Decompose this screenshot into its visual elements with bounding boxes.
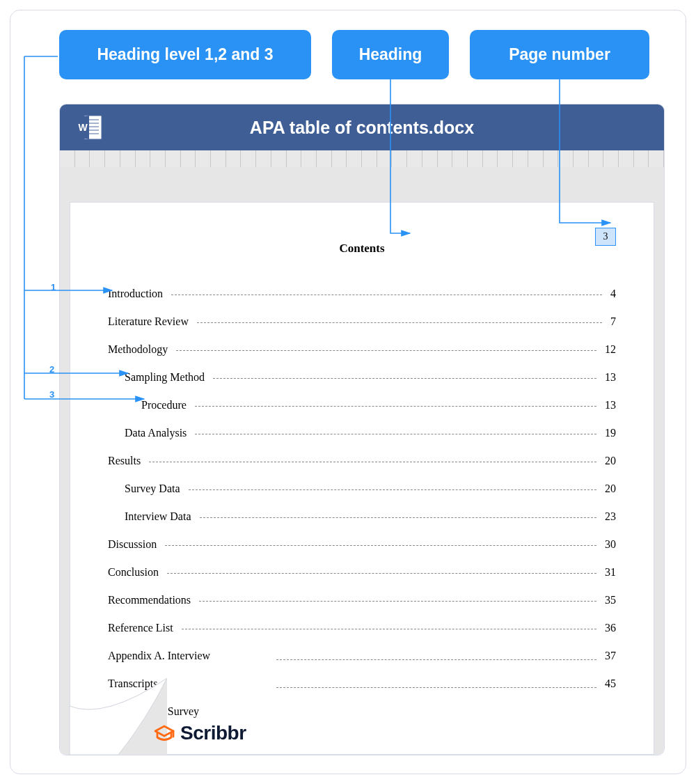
toc-row: Appendix A. Interview37 [108, 650, 616, 662]
toc-leader [213, 378, 596, 379]
document-titlebar: W APA table of contents.docx [60, 104, 664, 150]
toc-entry-label: Appendix A. Interview [108, 650, 272, 662]
toc-entry-page: 13 [601, 399, 616, 411]
level-marker-2: 2 [49, 364, 54, 375]
contents-heading: Contents [108, 242, 616, 256]
toc-entry-page: 20 [601, 455, 616, 467]
toc-entry-page: 7 [606, 315, 616, 328]
toc-leader [165, 545, 596, 546]
callout-page-number: Page number [470, 30, 649, 79]
document-page: 3 Contents Introduction4Literature Revie… [70, 202, 654, 755]
toc-row: Survey Data20 [108, 483, 616, 495]
ruler [60, 150, 664, 167]
toc-row: Recommendations35 [108, 594, 616, 606]
toc-leader [195, 406, 596, 407]
toc-leader [182, 629, 596, 629]
toc-leader [200, 517, 596, 518]
toc-entry-label: Conclusion [108, 566, 163, 579]
toc-entry-page: 13 [601, 371, 616, 384]
toc-row: Sampling Method13 [108, 371, 616, 384]
toc-row: Introduction4 [108, 288, 616, 300]
toc-leader [149, 462, 596, 462]
svg-text:W: W [78, 122, 88, 133]
brand-name: Scribbr [180, 722, 246, 744]
toc-row: Interview Data23 [108, 510, 616, 523]
toc-entry-page: 45 [601, 677, 616, 690]
toc-entry-page: 35 [601, 594, 616, 606]
toc-entry-label: Literature Review [108, 315, 193, 328]
toc-entry-page: 19 [601, 427, 616, 439]
toc-entry-label: Recommendations [108, 594, 195, 606]
toc-leader [276, 648, 596, 660]
toc-entry-page: 12 [601, 343, 616, 356]
word-icon: W [75, 113, 103, 141]
toc-entry-page: 31 [601, 566, 616, 579]
toc-row: Procedure13 [108, 399, 616, 411]
outer-frame: Heading level 1,2 and 3 Heading Page num… [10, 10, 686, 774]
toc-leader [276, 675, 596, 688]
toc-entry-label: Data Analysis [125, 427, 191, 439]
toc-row: Discussion30 [108, 538, 616, 551]
level-marker-1: 1 [51, 282, 56, 292]
toc-entry-page: 20 [601, 483, 616, 495]
document-canvas: 3 Contents Introduction4Literature Revie… [60, 167, 664, 755]
toc-row: Transcripts45 [108, 677, 616, 690]
toc-entry-page: 4 [606, 288, 616, 300]
toc-entry-label: Results [108, 455, 145, 467]
page-number-box: 3 [595, 228, 616, 246]
toc-entry-label: Methodology [108, 343, 172, 356]
brand-logo: Scribbr [152, 722, 246, 744]
scribbr-cap-icon [152, 723, 176, 744]
level-marker-3: 3 [49, 389, 54, 400]
toc-entry-label: Discussion [108, 538, 161, 551]
toc-entry-page: 23 [601, 510, 616, 523]
document-window: W APA table of contents.docx 3 Contents … [59, 104, 665, 755]
toc-leader [176, 350, 596, 351]
toc-entry-label: Interview Data [125, 510, 196, 523]
toc-row: Data Analysis19 [108, 427, 616, 439]
toc-row: Methodology12 [108, 343, 616, 356]
toc-leader [199, 601, 596, 602]
toc-leader [167, 573, 596, 574]
toc-entry-label: Sampling Method [125, 371, 209, 384]
document-filename: APA table of contents.docx [250, 118, 474, 138]
toc-entry-label: Survey Data [125, 483, 184, 495]
toc-entry-page: 37 [601, 650, 616, 662]
callout-heading: Heading [332, 30, 449, 79]
toc-container: Introduction4Literature Review7Methodolo… [108, 288, 616, 746]
toc-entry-label: Reference List [108, 622, 177, 634]
toc-leader [189, 489, 596, 490]
toc-row: Results20 [108, 455, 616, 467]
toc-entry-page: 30 [601, 538, 616, 551]
toc-entry-label: Procedure [141, 399, 191, 411]
toc-leader [171, 295, 602, 295]
toc-leader [197, 322, 602, 323]
toc-entry-page: 36 [601, 622, 616, 634]
toc-row: Literature Review7 [108, 315, 616, 328]
toc-row: Conclusion31 [108, 566, 616, 579]
toc-leader [195, 434, 596, 434]
toc-row: Appendix B. Survey [108, 705, 616, 718]
toc-entry-label: Introduction [108, 288, 167, 300]
callout-heading-levels: Heading level 1,2 and 3 [59, 30, 311, 79]
toc-row: Reference List36 [108, 622, 616, 634]
